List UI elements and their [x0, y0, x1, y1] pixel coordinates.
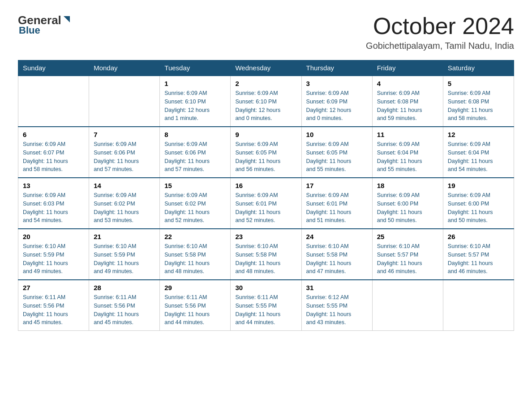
- calendar-day-header: Thursday: [301, 60, 372, 76]
- day-number: 7: [94, 131, 155, 138]
- calendar-day-header: Sunday: [18, 60, 89, 76]
- day-info: Sunrise: 6:10 AMSunset: 5:58 PMDaylight:…: [235, 242, 296, 276]
- day-number: 22: [164, 233, 226, 240]
- day-info: Sunrise: 6:09 AMSunset: 6:06 PMDaylight:…: [164, 140, 226, 174]
- day-number: 3: [306, 80, 368, 87]
- calendar-cell: 18Sunrise: 6:09 AMSunset: 6:00 PMDayligh…: [372, 178, 443, 229]
- calendar-cell: 1Sunrise: 6:09 AMSunset: 6:10 PMDaylight…: [160, 76, 231, 127]
- logo-triangle-icon: [62, 14, 72, 24]
- calendar-cell: 4Sunrise: 6:09 AMSunset: 6:08 PMDaylight…: [372, 76, 443, 127]
- calendar-day-header: Tuesday: [160, 60, 231, 76]
- day-info: Sunrise: 6:09 AMSunset: 6:01 PMDaylight:…: [306, 191, 368, 225]
- calendar-cell: [372, 280, 443, 331]
- calendar-cell: 10Sunrise: 6:09 AMSunset: 6:05 PMDayligh…: [301, 127, 372, 178]
- calendar-cell: 12Sunrise: 6:09 AMSunset: 6:04 PMDayligh…: [443, 127, 514, 178]
- day-info: Sunrise: 6:10 AMSunset: 5:57 PMDaylight:…: [448, 242, 509, 276]
- day-number: 16: [235, 182, 296, 189]
- day-number: 4: [377, 80, 438, 87]
- calendar-cell: 14Sunrise: 6:09 AMSunset: 6:02 PMDayligh…: [89, 178, 160, 229]
- calendar-cell: 30Sunrise: 6:11 AMSunset: 5:55 PMDayligh…: [231, 280, 301, 331]
- calendar-cell: 11Sunrise: 6:09 AMSunset: 6:04 PMDayligh…: [372, 127, 443, 178]
- day-number: 18: [377, 182, 438, 189]
- week-row: 1Sunrise: 6:09 AMSunset: 6:10 PMDaylight…: [18, 76, 514, 127]
- calendar-cell: 22Sunrise: 6:10 AMSunset: 5:58 PMDayligh…: [160, 229, 231, 280]
- day-number: 26: [448, 233, 509, 240]
- day-info: Sunrise: 6:09 AMSunset: 6:02 PMDaylight:…: [94, 191, 155, 225]
- day-number: 8: [164, 131, 226, 138]
- calendar-cell: 29Sunrise: 6:11 AMSunset: 5:56 PMDayligh…: [160, 280, 231, 331]
- day-number: 17: [306, 182, 368, 189]
- day-number: 27: [23, 284, 84, 291]
- day-number: 5: [448, 80, 509, 87]
- day-number: 24: [306, 233, 368, 240]
- calendar-day-header: Monday: [89, 60, 160, 76]
- day-info: Sunrise: 6:09 AMSunset: 6:00 PMDaylight:…: [377, 191, 438, 225]
- day-info: Sunrise: 6:09 AMSunset: 6:08 PMDaylight:…: [448, 89, 509, 123]
- day-number: 25: [377, 233, 438, 240]
- day-info: Sunrise: 6:09 AMSunset: 6:04 PMDaylight:…: [377, 140, 438, 174]
- week-row: 13Sunrise: 6:09 AMSunset: 6:03 PMDayligh…: [18, 178, 514, 229]
- day-info: Sunrise: 6:10 AMSunset: 5:59 PMDaylight:…: [23, 242, 84, 276]
- day-info: Sunrise: 6:09 AMSunset: 6:06 PMDaylight:…: [94, 140, 155, 174]
- day-info: Sunrise: 6:10 AMSunset: 5:57 PMDaylight:…: [377, 242, 438, 276]
- calendar-cell: 13Sunrise: 6:09 AMSunset: 6:03 PMDayligh…: [18, 178, 89, 229]
- calendar-cell: 26Sunrise: 6:10 AMSunset: 5:57 PMDayligh…: [443, 229, 514, 280]
- calendar-cell: 15Sunrise: 6:09 AMSunset: 6:02 PMDayligh…: [160, 178, 231, 229]
- calendar-cell: 27Sunrise: 6:11 AMSunset: 5:56 PMDayligh…: [18, 280, 89, 331]
- calendar-header-row: SundayMondayTuesdayWednesdayThursdayFrid…: [18, 60, 514, 76]
- day-info: Sunrise: 6:11 AMSunset: 5:56 PMDaylight:…: [164, 293, 226, 327]
- day-info: Sunrise: 6:09 AMSunset: 6:04 PMDaylight:…: [448, 140, 509, 174]
- day-number: 30: [235, 284, 296, 291]
- svg-marker-0: [64, 16, 70, 22]
- calendar-cell: [443, 280, 514, 331]
- day-number: 11: [377, 131, 438, 138]
- day-info: Sunrise: 6:09 AMSunset: 6:02 PMDaylight:…: [164, 191, 226, 225]
- calendar-cell: 3Sunrise: 6:09 AMSunset: 6:09 PMDaylight…: [301, 76, 372, 127]
- day-number: 12: [448, 131, 509, 138]
- day-info: Sunrise: 6:09 AMSunset: 6:01 PMDaylight:…: [235, 191, 296, 225]
- day-number: 31: [306, 284, 368, 291]
- day-info: Sunrise: 6:09 AMSunset: 6:07 PMDaylight:…: [23, 140, 84, 174]
- day-number: 23: [235, 233, 296, 240]
- day-info: Sunrise: 6:11 AMSunset: 5:56 PMDaylight:…: [94, 293, 155, 327]
- day-number: 20: [23, 233, 84, 240]
- logo-blue-text: Blue: [19, 25, 40, 36]
- calendar-cell: 19Sunrise: 6:09 AMSunset: 6:00 PMDayligh…: [443, 178, 514, 229]
- calendar-cell: 23Sunrise: 6:10 AMSunset: 5:58 PMDayligh…: [231, 229, 301, 280]
- day-info: Sunrise: 6:10 AMSunset: 5:58 PMDaylight:…: [306, 242, 368, 276]
- day-number: 9: [235, 131, 296, 138]
- day-number: 21: [94, 233, 155, 240]
- day-number: 29: [164, 284, 226, 291]
- day-info: Sunrise: 6:09 AMSunset: 6:05 PMDaylight:…: [235, 140, 296, 174]
- week-row: 27Sunrise: 6:11 AMSunset: 5:56 PMDayligh…: [18, 280, 514, 331]
- calendar-cell: 2Sunrise: 6:09 AMSunset: 6:10 PMDaylight…: [231, 76, 301, 127]
- calendar-cell: 6Sunrise: 6:09 AMSunset: 6:07 PMDaylight…: [18, 127, 89, 178]
- day-number: 1: [164, 80, 226, 87]
- calendar-table: SundayMondayTuesdayWednesdayThursdayFrid…: [18, 60, 514, 331]
- day-info: Sunrise: 6:09 AMSunset: 6:00 PMDaylight:…: [448, 191, 509, 225]
- week-row: 6Sunrise: 6:09 AMSunset: 6:07 PMDaylight…: [18, 127, 514, 178]
- day-info: Sunrise: 6:09 AMSunset: 6:09 PMDaylight:…: [306, 89, 368, 123]
- day-info: Sunrise: 6:12 AMSunset: 5:55 PMDaylight:…: [306, 293, 368, 327]
- day-number: 28: [94, 284, 155, 291]
- day-number: 13: [23, 182, 84, 189]
- month-year-title: October 2024: [366, 13, 514, 39]
- page-header: General Blue October 2024 Gobichettipala…: [18, 13, 514, 51]
- calendar-cell: 31Sunrise: 6:12 AMSunset: 5:55 PMDayligh…: [301, 280, 372, 331]
- title-block: October 2024 Gobichettipalayam, Tamil Na…: [366, 13, 514, 51]
- calendar-day-header: Friday: [372, 60, 443, 76]
- calendar-cell: 9Sunrise: 6:09 AMSunset: 6:05 PMDaylight…: [231, 127, 301, 178]
- calendar-cell: 21Sunrise: 6:10 AMSunset: 5:59 PMDayligh…: [89, 229, 160, 280]
- day-info: Sunrise: 6:09 AMSunset: 6:10 PMDaylight:…: [164, 89, 226, 123]
- day-info: Sunrise: 6:10 AMSunset: 5:58 PMDaylight:…: [164, 242, 226, 276]
- calendar-day-header: Saturday: [443, 60, 514, 76]
- calendar-cell: 7Sunrise: 6:09 AMSunset: 6:06 PMDaylight…: [89, 127, 160, 178]
- day-number: 2: [235, 80, 296, 87]
- calendar-cell: 28Sunrise: 6:11 AMSunset: 5:56 PMDayligh…: [89, 280, 160, 331]
- calendar-day-header: Wednesday: [231, 60, 301, 76]
- week-row: 20Sunrise: 6:10 AMSunset: 5:59 PMDayligh…: [18, 229, 514, 280]
- day-info: Sunrise: 6:10 AMSunset: 5:59 PMDaylight:…: [94, 242, 155, 276]
- calendar-cell: 8Sunrise: 6:09 AMSunset: 6:06 PMDaylight…: [160, 127, 231, 178]
- day-info: Sunrise: 6:09 AMSunset: 6:08 PMDaylight:…: [377, 89, 438, 123]
- day-info: Sunrise: 6:09 AMSunset: 6:05 PMDaylight:…: [306, 140, 368, 174]
